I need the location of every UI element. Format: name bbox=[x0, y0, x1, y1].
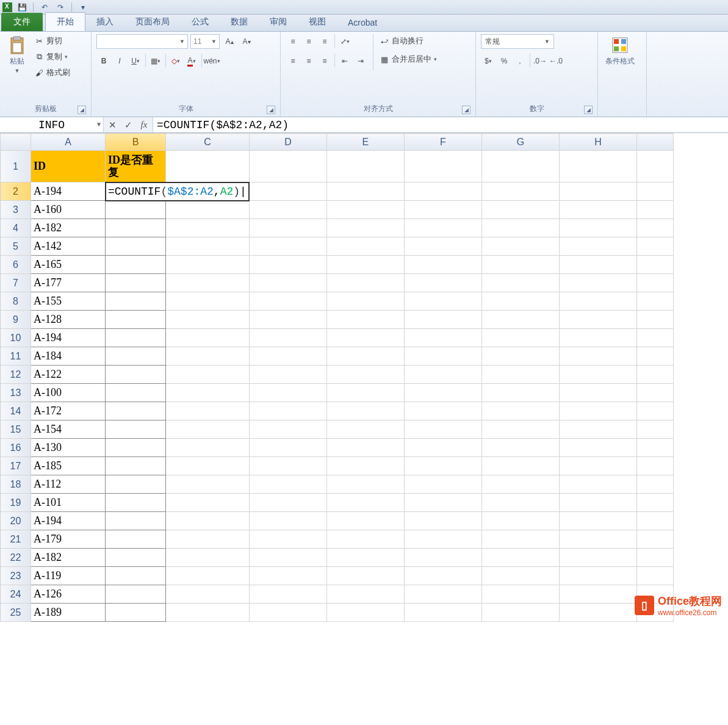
cell[interactable] bbox=[636, 567, 673, 585]
cell[interactable] bbox=[249, 420, 326, 439]
cell[interactable] bbox=[166, 347, 250, 366]
row-header[interactable]: 9 bbox=[1, 311, 31, 329]
cell[interactable] bbox=[481, 237, 559, 256]
cell[interactable] bbox=[404, 475, 481, 494]
cell[interactable] bbox=[326, 439, 404, 457]
cell[interactable] bbox=[249, 219, 326, 237]
comma-button[interactable]: , bbox=[513, 54, 527, 68]
cell-A16[interactable]: A-130 bbox=[31, 439, 106, 457]
qat-redo-button[interactable]: ↷ bbox=[54, 1, 67, 13]
cell[interactable] bbox=[326, 256, 404, 274]
cell[interactable] bbox=[404, 256, 481, 274]
cell[interactable] bbox=[636, 201, 673, 219]
enter-formula-button[interactable]: ✓ bbox=[122, 120, 134, 131]
cell-A7[interactable]: A-177 bbox=[31, 274, 106, 292]
cell[interactable] bbox=[481, 311, 559, 329]
cell[interactable] bbox=[559, 567, 636, 585]
cell[interactable] bbox=[249, 475, 326, 494]
cell[interactable] bbox=[559, 256, 636, 274]
cell[interactable] bbox=[481, 530, 559, 549]
orientation-button[interactable]: ⤢▾ bbox=[337, 34, 352, 49]
cell[interactable] bbox=[166, 530, 250, 549]
cell-A9[interactable]: A-128 bbox=[31, 311, 106, 329]
cell[interactable] bbox=[481, 256, 559, 274]
cell[interactable] bbox=[326, 512, 404, 530]
cell[interactable] bbox=[249, 329, 326, 347]
cell[interactable] bbox=[636, 530, 673, 549]
cell[interactable] bbox=[249, 494, 326, 512]
cell[interactable] bbox=[559, 530, 636, 549]
cell[interactable] bbox=[636, 494, 673, 512]
cell[interactable] bbox=[166, 420, 250, 439]
row-header[interactable]: 11 bbox=[1, 347, 31, 366]
align-left-button[interactable]: ≡ bbox=[286, 54, 300, 68]
cell[interactable] bbox=[166, 256, 250, 274]
cell[interactable] bbox=[326, 530, 404, 549]
cell[interactable] bbox=[166, 494, 250, 512]
cell[interactable] bbox=[166, 151, 250, 182]
cell[interactable] bbox=[404, 549, 481, 567]
number-format-combo[interactable]: 常规▼ bbox=[481, 34, 554, 49]
cell[interactable] bbox=[166, 585, 250, 604]
cell[interactable] bbox=[249, 530, 326, 549]
align-bottom-button[interactable]: ≡ bbox=[317, 34, 332, 49]
cell-A14[interactable]: A-172 bbox=[31, 402, 106, 420]
cell[interactable] bbox=[559, 151, 636, 182]
cell[interactable] bbox=[559, 439, 636, 457]
cell-A23[interactable]: A-119 bbox=[31, 567, 106, 585]
cell[interactable] bbox=[404, 604, 481, 622]
decrease-font-button[interactable]: A▾ bbox=[239, 34, 254, 49]
cell-B3[interactable] bbox=[106, 201, 166, 219]
cell[interactable] bbox=[404, 494, 481, 512]
column-header-C[interactable]: C bbox=[166, 134, 250, 151]
cell[interactable] bbox=[326, 457, 404, 475]
row-header[interactable]: 7 bbox=[1, 274, 31, 292]
cell[interactable] bbox=[166, 549, 250, 567]
cell[interactable] bbox=[326, 475, 404, 494]
row-header[interactable]: 5 bbox=[1, 237, 31, 256]
font-color-button[interactable]: A▾ bbox=[184, 54, 199, 68]
cell[interactable] bbox=[326, 274, 404, 292]
cell-B1[interactable]: ID是否重复 bbox=[106, 151, 166, 182]
font-size-combo[interactable]: 11▼ bbox=[190, 34, 220, 49]
cell[interactable] bbox=[481, 219, 559, 237]
cell[interactable] bbox=[636, 292, 673, 311]
cell[interactable] bbox=[559, 402, 636, 420]
cell[interactable] bbox=[249, 457, 326, 475]
tab-acrobat[interactable]: Acrobat bbox=[337, 14, 388, 31]
cell[interactable] bbox=[481, 329, 559, 347]
cell-B12[interactable] bbox=[106, 366, 166, 384]
tab-review[interactable]: 审阅 bbox=[259, 13, 298, 31]
cell[interactable] bbox=[249, 151, 326, 182]
cell[interactable] bbox=[636, 311, 673, 329]
cell-B8[interactable] bbox=[106, 292, 166, 311]
cell[interactable] bbox=[404, 182, 481, 201]
row-header[interactable]: 12 bbox=[1, 366, 31, 384]
cell[interactable] bbox=[249, 439, 326, 457]
cell-B17[interactable] bbox=[106, 457, 166, 475]
column-header-A[interactable]: A bbox=[31, 134, 106, 151]
cell[interactable] bbox=[404, 366, 481, 384]
cell[interactable] bbox=[481, 384, 559, 402]
cell[interactable] bbox=[481, 274, 559, 292]
cell-B20[interactable] bbox=[106, 512, 166, 530]
cell[interactable] bbox=[559, 384, 636, 402]
cell[interactable] bbox=[481, 182, 559, 201]
align-right-button[interactable]: ≡ bbox=[317, 54, 332, 68]
cell[interactable] bbox=[404, 530, 481, 549]
cell-A22[interactable]: A-182 bbox=[31, 549, 106, 567]
tab-data[interactable]: 数据 bbox=[220, 13, 259, 31]
cell[interactable] bbox=[559, 457, 636, 475]
cell-A24[interactable]: A-126 bbox=[31, 585, 106, 604]
cell[interactable] bbox=[559, 512, 636, 530]
cell[interactable] bbox=[326, 201, 404, 219]
cell[interactable] bbox=[636, 274, 673, 292]
cell-B15[interactable] bbox=[106, 420, 166, 439]
column-header-D[interactable]: D bbox=[249, 134, 326, 151]
cell-B25[interactable] bbox=[106, 604, 166, 622]
cell[interactable] bbox=[481, 347, 559, 366]
cell[interactable] bbox=[326, 384, 404, 402]
cell[interactable] bbox=[481, 201, 559, 219]
cell[interactable] bbox=[636, 182, 673, 201]
cell[interactable] bbox=[249, 549, 326, 567]
